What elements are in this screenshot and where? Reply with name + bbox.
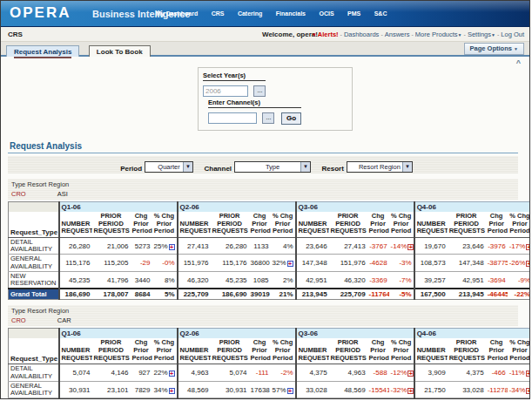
drill-icon[interactable]: + [526,261,530,267]
pct-cell: -9% [508,271,530,289]
pct-cell: -13%+ [389,398,414,399]
quarter-header: Q2-06 [178,202,296,213]
number-requests-cell: 48,569 [178,381,211,398]
number-requests-cell: 147,348 [296,255,329,272]
go-button[interactable]: Go [281,112,301,125]
prior-period-cell: 46,320 [329,271,367,289]
column-header: % Chg Prior Period [271,338,296,364]
prior-period-cell: 213,945 [448,289,486,300]
pct-cell: 4% [271,237,296,255]
drill-icon[interactable]: + [169,244,175,250]
nav-item-ocis[interactable]: OCIS [319,10,333,17]
nav-item-sc[interactable]: S&C [374,10,387,17]
cro-value: CRO [11,190,26,198]
page-options-button[interactable]: Page Options ▼ [464,43,524,55]
quarter-header: Q4-06 [414,202,530,213]
chevron-down-icon: ▼ [458,32,462,37]
chg-cell: -11278 [486,381,508,398]
channel-select[interactable]: Type▼ [234,161,311,173]
quarter-header: Q3-06 [296,329,414,339]
link-separator: - [464,31,466,37]
prior-period-cell: 21,006 [92,237,131,255]
column-header: % Chg Prior Period [508,338,530,364]
pct-cell: 25%+ [152,237,178,255]
column-header: NUMBER REQUESTS [59,338,92,364]
request-analysis-table-car: Q1-06Q2-06Q3-06Q4-06Request_TypeNUMBER R… [1,328,529,399]
page-options-label: Page Options [470,44,512,52]
nav-item-pms[interactable]: PMS [347,10,360,17]
chg-cell: 8684 [131,289,152,300]
module-label: CRS [8,31,23,38]
answers-link[interactable]: Answers [385,31,410,38]
drill-icon[interactable]: + [287,388,293,394]
column-header: PRIOR PERIOD REQUESTS [329,338,367,364]
tab-look-to-book[interactable]: Look To Book [89,45,151,57]
column-header: PRIOR PERIOD REQUESTS [448,212,486,237]
request-type-cell: NEW RESERVATION [9,398,59,399]
top-banner: OPERA Business Intelligence My Dashboard… [1,1,529,27]
page-title: Request Analysis [10,141,529,151]
quarter-header: Q3-06 [296,202,414,213]
tab-request-analysis[interactable]: Request Analysis [6,45,79,57]
column-header-row: Request_TypeNUMBER REQUESTSPRIOR PERIOD … [9,212,531,237]
chg-cell: -466 [486,364,508,382]
number-requests-cell: 23,646 [296,237,329,255]
number-requests-cell: 5,074 [59,364,92,382]
channel-prompt: Enter Channel(s) ... Go [208,99,301,126]
collapse-section-icon[interactable]: ^ [516,58,521,67]
nav-item-catering[interactable]: Catering [238,10,262,17]
chg-cell: 1973 [131,398,152,399]
quarter-header: Q1-06 [59,329,178,339]
year-input[interactable] [203,85,248,97]
pct-cell: -34%+ [508,381,530,398]
drill-icon[interactable]: + [407,388,414,394]
drill-icon[interactable]: + [169,370,175,377]
grand-total-row: Grand Total186,690178,00786845%225,70918… [9,289,531,300]
alerts-link[interactable]: Alerts! [318,31,339,38]
chg-cell: -11764 [367,289,389,300]
request-type-cell: DETAIL AVAILABILITY [9,364,59,382]
column-header: PRIOR PERIOD REQUESTS [329,212,367,237]
row-dimension-header: Request_Type [9,212,59,237]
column-header: % Chg Prior Period [508,212,530,237]
channel-browse-button[interactable]: ... [262,112,274,124]
pct-cell: -26%+ [508,255,530,272]
chg-cell: -29 [131,255,152,272]
log-out-link[interactable]: Log Out [501,31,524,38]
drill-icon[interactable]: + [526,370,530,377]
chg-cell: 36800 [249,255,271,272]
drill-icon[interactable]: + [526,388,530,394]
number-requests-cell: 3,909 [414,364,448,382]
number-requests-cell: 45,235 [59,271,92,289]
resort-select[interactable]: Resort Region▼ [347,161,413,173]
chevron-down-icon[interactable]: ▼ [300,162,310,172]
settings-link[interactable]: Settings [468,31,491,38]
header-links: ▼Alerts!-Dashboards-Answers-More Product… [312,31,524,38]
drill-icon[interactable]: + [287,261,293,267]
chevron-down-icon[interactable]: ▼ [183,162,192,172]
number-requests-cell: 167,500 [414,289,448,300]
pct-cell: -7% [389,271,414,289]
welcome-text: Welcome, opera! [262,31,318,38]
nav-item-crs[interactable]: CRS [212,10,225,17]
grand-total-label: Grand Total [9,289,59,300]
drill-icon[interactable]: + [407,370,414,377]
tab-bar: Request Analysis Look To Book Page Optio… [1,42,529,57]
chg-cell: -4628 [367,255,389,272]
column-header: Chg Prior Period [249,212,271,237]
year-browse-button[interactable]: ... [253,85,266,97]
prior-period-cell: 23,646 [448,237,486,255]
drill-icon[interactable]: + [169,388,175,394]
chg-cell: -540 [249,398,271,399]
dashboards-link[interactable]: Dashboards [344,31,379,38]
drill-icon[interactable]: + [526,244,530,250]
chg-cell: 3440 [131,271,152,289]
nav-item-my-dashboard[interactable]: My Dashboard [156,10,198,17]
drill-icon[interactable]: + [407,244,414,250]
channel-input[interactable] [208,112,257,124]
chevron-down-icon[interactable]: ▼ [402,162,412,172]
number-requests-cell: 108,573 [414,255,448,272]
nav-item-financials[interactable]: Financials [276,10,306,17]
period-select[interactable]: Quarter▼ [145,161,193,173]
more-products-link[interactable]: More Products [415,31,458,38]
